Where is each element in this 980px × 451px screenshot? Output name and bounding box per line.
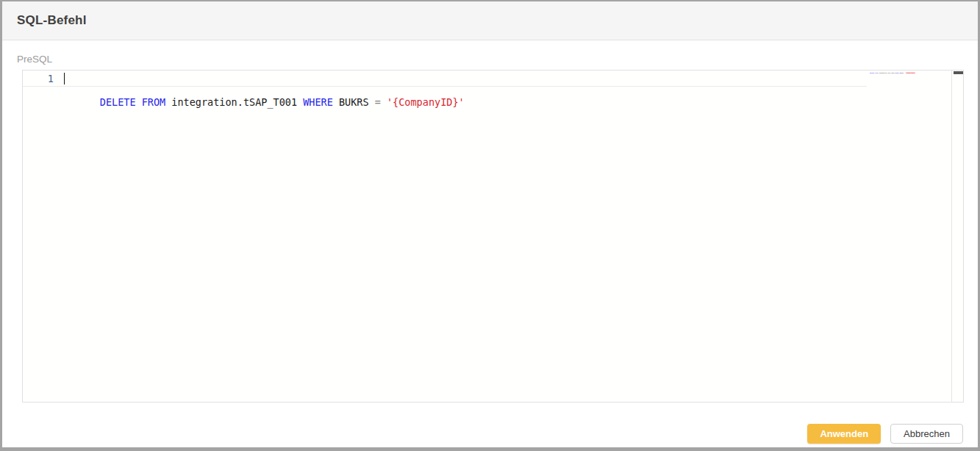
dialog-footer: Anwenden Abbrechen <box>807 424 963 444</box>
text-cursor <box>64 73 65 84</box>
dialog-header: SQL-Befehl <box>2 1 978 40</box>
sql-token-plain <box>381 96 387 108</box>
sql-token-keyword: FROM <box>142 96 166 108</box>
cancel-button[interactable]: Abbrechen <box>890 424 963 444</box>
line-number: 1 <box>48 73 54 84</box>
sql-token-plain: integration.tSAP_T001 <box>165 96 303 108</box>
presql-label: PreSQL <box>17 54 52 65</box>
code-line[interactable]: DELETE FROM integration.tSAP_T001 WHERE … <box>64 73 465 108</box>
sql-code-editor[interactable]: 1 DELETE FROM integration.tSAP_T001 WHER… <box>22 70 964 403</box>
sql-token-keyword: DELETE <box>100 96 136 108</box>
sql-token-plain: integration.tSAP_T001 <box>878 72 895 73</box>
sql-token-string: '{CompanyID}' <box>387 96 465 108</box>
sql-token-operator: = <box>375 96 381 108</box>
code-line-row[interactable]: 1 DELETE FROM integration.tSAP_T001 WHER… <box>23 71 867 87</box>
scrollbar-thumb[interactable] <box>954 71 963 74</box>
sql-command-dialog: SQL-Befehl PreSQL 1 DELETE FROM integrat… <box>0 0 980 451</box>
vertical-scrollbar[interactable] <box>951 71 963 402</box>
sql-token-plain <box>136 96 142 108</box>
sql-token-string: '{CompanyID}' <box>906 72 915 73</box>
apply-button[interactable]: Anwenden <box>807 424 881 444</box>
editor-minimap[interactable]: DELETE FROM integration.tSAP_T001 WHERE … <box>870 72 951 87</box>
dialog-title: SQL-Befehl <box>17 13 87 28</box>
sql-token-plain: BUKRS <box>333 96 375 108</box>
editor-gutter: 1 <box>23 73 54 84</box>
sql-token-keyword: WHERE <box>303 96 333 108</box>
sql-token-plain: BUKRS <box>899 72 904 73</box>
minimap-line: DELETE FROM integration.tSAP_T001 WHERE … <box>870 72 880 74</box>
